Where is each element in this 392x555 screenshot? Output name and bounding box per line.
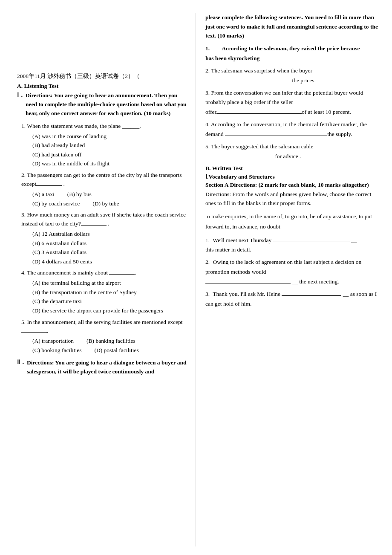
fill-ans-1-num: 1. — [205, 237, 210, 243]
fill-q4: 4. According to the conversation, in the… — [205, 120, 379, 139]
q4-blank — [109, 274, 135, 275]
fill-q5-text: 5. The buyer suggested that the salesman… — [205, 143, 313, 150]
fill-q2-blank — [205, 82, 291, 82]
q5-opt-c: (C) booking facilities — [32, 346, 81, 355]
written-heading: B. Written Test — [205, 165, 379, 172]
fill-q4-blank — [225, 136, 327, 136]
q5-opt-b: (B) banking facilities — [86, 336, 135, 346]
right-column: please complete the following sentences.… — [196, 13, 392, 546]
section-a-block: Section A Directions: (2 mark for each b… — [205, 182, 379, 188]
part2-roman: Ⅱ． — [17, 358, 26, 366]
fill-ans-2-dash: __ the next meeting. — [291, 278, 339, 285]
fill-q5-blank — [205, 158, 274, 158]
fill-ans-2: 2. Owing to the lack of agreement on thi… — [205, 257, 379, 287]
right-top-directions: please complete the following sentences.… — [205, 13, 379, 40]
q2-blank — [36, 185, 62, 186]
fill-q2-after: the prices. — [291, 77, 316, 84]
fill-ans-1: 1. We'll meet next Thursday __ this matt… — [205, 236, 379, 255]
question-3: 3. How much money can an adult save if s… — [17, 211, 188, 266]
fill-ans-1-after: this matter in detail. — [205, 246, 251, 253]
q4-opt-b: (B) the transportation in the centre of … — [32, 288, 188, 297]
fill-ans-3-blank — [282, 295, 341, 296]
q2-opt-d: (D) by tube — [92, 199, 119, 208]
fill-q1-text: 1. According to the salesman, they raise… — [205, 45, 376, 61]
q2-opt-b: (B) by bus — [67, 190, 92, 199]
part1-roman: Ⅰ． — [17, 91, 25, 99]
section-a-dir: Directions: (2 mark for each blank, 10 m… — [230, 182, 369, 188]
fill-q3-label: offer — [205, 109, 216, 115]
q3-options: (A) 12 Australian dollars (B) 6 Australi… — [21, 229, 188, 266]
fill-q2-num: 2. The salesman was surprised when the b… — [205, 67, 312, 74]
part1-directions: Directions: You are going to hear an ann… — [26, 91, 188, 118]
fill-ans-2-text: Owing to the lack of agreement on this l… — [205, 259, 361, 275]
section-a-full-dir: Directions: From the words and phrases g… — [205, 190, 379, 208]
fill-q4-after: the supply. — [327, 131, 352, 137]
q5-opt-row1: (A) transportation (B) banking facilitie… — [32, 336, 188, 346]
vocab-heading: Ⅰ.Vocabulary and Structures — [205, 173, 379, 180]
fill-ans-3-text: Thank you. I'll ask Mr. Heine — [213, 291, 282, 297]
written-section: B. Written Test Ⅰ.Vocabulary and Structu… — [205, 165, 379, 309]
fill-q1: 1. According to the salesman, they raise… — [205, 44, 379, 64]
fill-ans-2-blank — [205, 283, 291, 283]
question-1: 1. When the statement was made, the plan… — [17, 122, 188, 168]
fill-ans-3: 3. Thank you. I'll ask Mr. Heine __ as s… — [205, 289, 379, 309]
q2-options: (A) a taxi (B) by bus (C) by coach servi… — [21, 190, 188, 208]
fill-ans-2-num: 2. — [205, 259, 210, 265]
q5-opt-d: (D) postal facilities — [94, 346, 138, 355]
q5-blank — [21, 332, 47, 333]
q3-opt-a: (A) 12 Australian dollars — [32, 229, 188, 239]
q5-options: (A) transportation (B) banking facilitie… — [21, 336, 188, 355]
q2-opt-row2: (C) by coach service (D) by tube — [32, 199, 188, 208]
q5-opt-row2: (C) booking facilities (D) postal facili… — [32, 346, 188, 355]
fill-q3-text1: 3. From the conversation we can infer th… — [205, 90, 363, 106]
q4-opt-d: (D) the service the airport can provide … — [32, 306, 188, 315]
fill-ans-1-dash: __ — [350, 237, 357, 243]
fill-q3-blank — [216, 113, 302, 114]
fill-q2: 2. The salesman was surprised when the b… — [205, 66, 379, 86]
q4-options: (A) the terminal building at the airport… — [21, 278, 188, 315]
q1-num: 1. When the statement was made, the plan… — [21, 123, 141, 129]
vocab-text: to make enquiries, in the name of, to go… — [205, 213, 372, 230]
q2-opt-row1: (A) a taxi (B) by bus — [32, 190, 188, 199]
section-a-heading: A. Listening Test — [17, 83, 188, 90]
question-5: 5. In the announcement, all the serving … — [17, 318, 188, 355]
q4-opt-a: (A) the terminal building at the airport — [32, 278, 188, 288]
fill-ans-1-text: We'll meet next Thursday — [213, 237, 273, 243]
fill-q3: 3. From the conversation we can infer th… — [205, 88, 379, 118]
fill-ans-3-num: 3. — [205, 291, 210, 297]
q1-opt-b: (B) had already landed — [32, 141, 188, 150]
section-a-label: Section A — [205, 182, 228, 188]
doc-title: 2008年11月 涉外秘书（三级）英语试卷（2）（ — [17, 72, 188, 80]
q1-options: (A) was in the course of landing (B) had… — [21, 132, 188, 168]
q1-opt-a: (A) was in the course of landing — [32, 132, 188, 141]
fill-q5: 5. The buyer suggested that the salesman… — [205, 142, 379, 162]
q2-opt-c: (C) by coach service — [32, 199, 80, 208]
q5-opt-a: (A) transportation — [32, 336, 74, 346]
q3-opt-b: (B) 6 Australian dollars — [32, 239, 188, 248]
question-4: 4. The announcement is mainly about . (A… — [17, 269, 188, 315]
fill-ans-1-blank — [273, 242, 350, 242]
question-2: 2. The passengers can get to the centre … — [17, 171, 188, 208]
q3-opt-c: (C) 3 Australian dollars — [32, 248, 188, 257]
vocab-words: to make enquiries, in the name of, to go… — [205, 211, 379, 232]
fill-q5-after: for advice . — [274, 153, 301, 159]
q1-opt-d: (D) was in the middle of its flight — [32, 159, 188, 168]
q3-blank — [81, 225, 107, 225]
q3-opt-d: (D) 4 dollars and 50 cents — [32, 257, 188, 266]
q1-opt-c: (C) had just taken off — [32, 150, 188, 159]
q2-opt-a: (A) a taxi — [32, 190, 55, 199]
left-column: 2008年11月 涉外秘书（三级）英语试卷（2）（ A. Listening T… — [0, 13, 196, 546]
part2-directions: Directions: You are going to hear a dial… — [27, 358, 188, 376]
q4-opt-c: (C) the departure taxi — [32, 297, 188, 306]
fill-q3-after: of at least 10 percent. — [302, 109, 351, 115]
page: 2008年11月 涉外秘书（三级）英语试卷（2）（ A. Listening T… — [0, 0, 392, 555]
